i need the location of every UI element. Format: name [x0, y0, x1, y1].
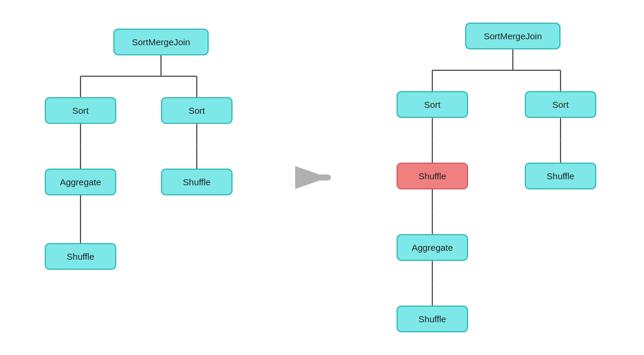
- arrow-container: [295, 163, 337, 192]
- diagram-container: SortMergeJoinSortSortAggregateShuffleShu…: [0, 0, 644, 355]
- node-agg: Aggregate: [397, 234, 468, 261]
- node-shuf1: Shuffle: [45, 243, 116, 270]
- node-smj: SortMergeJoin: [465, 23, 561, 49]
- left-tree: SortMergeJoinSortSortAggregateShuffleShu…: [21, 11, 259, 344]
- node-smj: SortMergeJoin: [113, 29, 209, 55]
- node-shuf1: Shuffle: [397, 306, 468, 332]
- node-sort2: Sort: [525, 91, 596, 118]
- node-shuf2: Shuffle: [525, 163, 596, 189]
- canvas: SortMergeJoinSortSortAggregateShuffleShu…: [0, 0, 644, 355]
- node-sort1: Sort: [397, 91, 468, 118]
- node-agg: Aggregate: [45, 169, 116, 195]
- arrow-icon: [295, 163, 337, 192]
- node-shuf2: Shuffle: [161, 169, 233, 195]
- right-tree: SortMergeJoinSortSortShuffleShuffleAggre…: [373, 5, 623, 350]
- node-shuf_red: Shuffle: [397, 163, 468, 189]
- node-sort1: Sort: [45, 97, 116, 124]
- node-sort2: Sort: [161, 97, 233, 124]
